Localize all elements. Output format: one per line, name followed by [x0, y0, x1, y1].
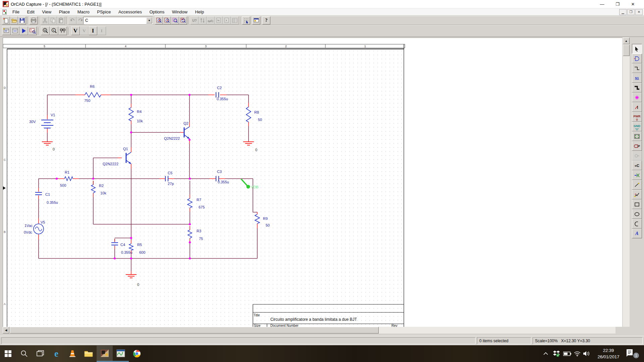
design-rules-check-button[interactable]: DRC — [207, 16, 215, 24]
run-pspice-button[interactable] — [19, 26, 28, 35]
edit-simulation-profile-button[interactable] — [11, 26, 19, 35]
scroll-up-icon[interactable]: ▲ — [623, 38, 630, 44]
new-simulation-profile-button[interactable] — [2, 26, 11, 35]
menu-pspice[interactable]: PSpice — [94, 8, 114, 16]
annotate-button[interactable]: U? — [191, 16, 199, 24]
menu-view[interactable]: View — [39, 8, 54, 16]
select-tool-button[interactable] — [632, 44, 642, 54]
place-pin-button[interactable] — [632, 151, 642, 161]
place-offpage-connector-button[interactable]: «C — [632, 161, 642, 170]
tray-volume-icon[interactable] — [582, 350, 591, 358]
tray-battery-icon[interactable] — [563, 350, 572, 358]
menu-edit[interactable]: Edit — [24, 8, 37, 16]
schematic-page[interactable]: 5 4 3 2 1 D C B A — [3, 39, 622, 327]
current-marker-button[interactable]: I — [50, 26, 58, 35]
place-part-button[interactable] — [632, 54, 642, 63]
place-power-button[interactable]: PWR — [632, 112, 642, 122]
create-netlist-button[interactable]: N — [215, 16, 223, 24]
help-button[interactable]: ? — [262, 16, 270, 24]
zoom-area-button[interactable] — [171, 16, 179, 24]
part-search-value: C — [85, 18, 88, 23]
project-manager-button[interactable] — [252, 16, 260, 24]
place-junction-button[interactable] — [632, 93, 642, 102]
place-polyline-button[interactable] — [632, 190, 642, 199]
print-button[interactable] — [30, 16, 38, 24]
toggle-selected-bias-voltage-button[interactable]: V — [80, 26, 89, 35]
svg-text:Circuito amplificatore a banda: Circuito amplificatore a banda limitata … — [270, 317, 357, 322]
menu-window[interactable]: Window — [169, 8, 191, 16]
zoom-in-button[interactable] — [155, 16, 163, 24]
place-no-connect-button[interactable] — [632, 170, 642, 180]
horizontal-scroll-thumb[interactable] — [10, 327, 379, 334]
toggle-selected-bias-current-button[interactable]: I — [97, 26, 106, 35]
schematic-canvas[interactable]: 5 4 3 2 1 D C B A — [3, 38, 622, 327]
place-bus-button[interactable] — [632, 83, 642, 93]
cut-button[interactable] — [41, 16, 49, 24]
taskbar-clock[interactable]: 22:39 26/01/2017 — [593, 347, 624, 360]
child-restore-button[interactable]: ❐ — [627, 9, 635, 15]
tray-wifi-icon[interactable] — [573, 350, 582, 358]
part-search-combobox[interactable]: C ▼ — [83, 17, 153, 24]
menu-options[interactable]: Options — [146, 8, 167, 16]
file-explorer-button[interactable] — [80, 346, 97, 362]
place-text-button[interactable]: A — [632, 229, 642, 238]
zoom-out-button[interactable] — [163, 16, 171, 24]
view-simulation-results-button[interactable] — [28, 26, 37, 35]
place-port-button[interactable]: P — [632, 141, 642, 151]
menu-help[interactable]: Help — [192, 8, 207, 16]
close-button[interactable]: ✕ — [625, 0, 641, 8]
taskbar-search-button[interactable] — [16, 346, 32, 362]
enable-bias-voltage-button[interactable]: V — [71, 26, 80, 35]
vlc-button[interactable] — [64, 346, 80, 362]
taskbar-pspice[interactable] — [113, 346, 129, 362]
menu-place[interactable]: Place — [56, 8, 73, 16]
restore-button[interactable]: ❐ — [610, 0, 625, 8]
menu-macro[interactable]: Macro — [74, 8, 93, 16]
undo-button[interactable] — [68, 16, 76, 24]
paste-button[interactable] — [57, 16, 65, 24]
edge-browser-button[interactable]: e — [48, 346, 64, 362]
tray-dropbox-icon[interactable] — [552, 350, 561, 358]
svg-text:X: X — [225, 19, 227, 22]
minimize-button[interactable]: — — [594, 0, 610, 8]
place-wire-button[interactable] — [632, 63, 642, 73]
place-arc-button[interactable] — [632, 219, 642, 229]
place-net-alias-button[interactable]: N1 — [632, 73, 642, 83]
back-annotate-button[interactable] — [199, 16, 207, 24]
vertical-scroll-thumb[interactable] — [623, 45, 630, 56]
bill-of-materials-button[interactable] — [231, 16, 239, 24]
place-line-button[interactable] — [632, 180, 642, 190]
child-minimize-button[interactable]: ▁ — [619, 9, 627, 15]
taskbar: e 22:39 26/01/2017 — [0, 345, 644, 362]
snap-to-grid-button[interactable] — [242, 16, 250, 24]
place-bus-entry-button[interactable] — [632, 102, 642, 112]
tray-chevron-icon[interactable] — [541, 350, 550, 358]
action-center-button[interactable]: 1 — [626, 349, 641, 359]
open-button[interactable] — [10, 16, 18, 24]
place-ground-button[interactable]: GND — [632, 122, 642, 131]
horizontal-scrollbar[interactable]: ◀ — [3, 327, 615, 334]
menu-file[interactable]: File — [9, 8, 22, 16]
taskbar-orcad-capture[interactable] — [97, 346, 113, 362]
place-rectangle-button[interactable] — [632, 199, 642, 209]
zoom-all-button[interactable] — [179, 16, 187, 24]
voltage-level-marker-button[interactable]: V — [41, 26, 50, 35]
enable-bias-current-button[interactable]: I — [89, 26, 97, 35]
menu-accessories[interactable]: Accessories — [115, 8, 145, 16]
vertical-scrollbar[interactable]: ▲ ▼ — [623, 38, 630, 334]
combobox-dropdown-arrow-icon[interactable]: ▼ — [146, 17, 152, 23]
child-close-button[interactable]: ✕ — [635, 9, 643, 15]
new-document-button[interactable] — [2, 16, 10, 24]
save-button[interactable] — [18, 16, 26, 24]
copy-button[interactable] — [49, 16, 57, 24]
start-button[interactable] — [0, 346, 16, 362]
place-hierarchical-block-button[interactable] — [632, 131, 642, 141]
svg-text:675: 675 — [199, 205, 205, 209]
scroll-left-icon[interactable]: ◀ — [3, 327, 9, 334]
task-view-button[interactable] — [32, 346, 48, 362]
chrome-button[interactable] — [129, 346, 145, 362]
svg-text:0Vdc: 0Vdc — [24, 230, 33, 234]
cross-reference-button[interactable]: X — [223, 16, 231, 24]
place-ellipse-button[interactable] — [632, 209, 642, 219]
differential-markers-button[interactable] — [58, 26, 67, 35]
